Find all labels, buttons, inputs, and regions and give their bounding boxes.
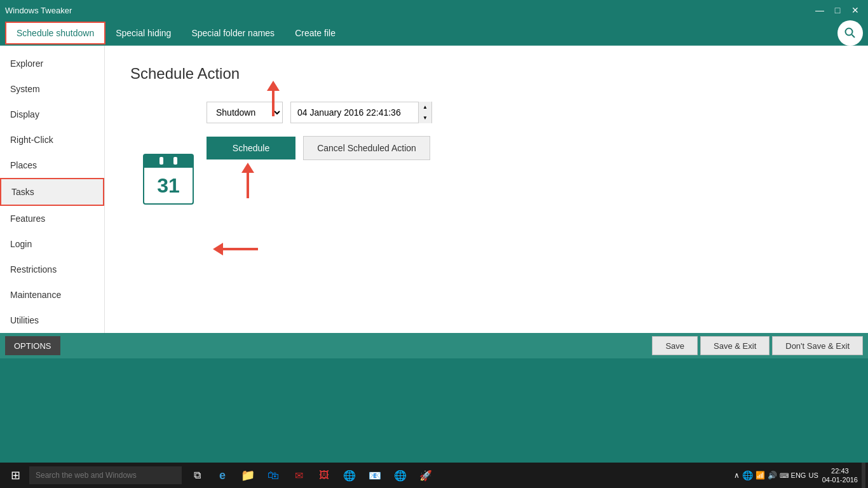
tab-schedule-shutdown[interactable]: Schedule shutdown (5, 22, 105, 44)
action-dropdown[interactable]: Shutdown Restart Hibernate Sleep Lock (207, 102, 283, 123)
start-button[interactable]: ⊞ (3, 463, 28, 488)
photos-icon[interactable]: 🖼 (313, 464, 336, 487)
schedule-button[interactable]: Schedule (207, 137, 295, 159)
window-controls: — □ ✕ (812, 3, 863, 18)
sidebar-item-right-click[interactable]: Right-Click (0, 127, 104, 152)
app-title: Windows Tweaker (5, 6, 812, 15)
sidebar-item-restrictions[interactable]: Restrictions (0, 257, 104, 282)
calendar-dot-left (159, 157, 163, 165)
keyboard-icon: ⌨ (780, 472, 789, 479)
region-text: US (808, 471, 818, 479)
sidebar-item-system[interactable]: System (0, 76, 104, 102)
cancel-scheduled-button[interactable]: Cancel Scheduled Action (303, 136, 430, 160)
edge-icon[interactable]: e (211, 464, 234, 487)
app-icon[interactable]: 🚀 (414, 464, 437, 487)
section-title: Schedule Action (130, 65, 843, 83)
tab-special-folder-names[interactable]: Special folder names (181, 23, 285, 43)
tab-bar: Schedule shutdown Special hiding Special… (0, 20, 868, 46)
sidebar-item-places[interactable]: Places (0, 152, 104, 178)
chevron-icon[interactable]: ∧ (734, 471, 740, 480)
chrome-icon[interactable]: 🌐 (338, 464, 361, 487)
sidebar-item-tasks[interactable]: Tasks (0, 178, 104, 206)
outlook-icon[interactable]: 📧 (363, 464, 386, 487)
action-buttons-row: Schedule Cancel Scheduled Action (207, 136, 843, 160)
controls-area: Shutdown Restart Hibernate Sleep Lock ▲ … (207, 102, 843, 160)
taskbar: ⊞ ⧉ e 📁 🛍 ✉ 🖼 🌐 📧 🌐 🚀 ∧ 🌐 📶 🔊 ⌨ ENG US 2 (0, 463, 868, 488)
arrow-schedule-up (241, 163, 254, 198)
dont-save-exit-button[interactable]: Don't Save & Exit (772, 336, 863, 355)
taskbar-icons: ⧉ e 📁 🛍 ✉ 🖼 🌐 📧 🌐 🚀 (186, 464, 437, 487)
ie-icon[interactable]: 🌐 (389, 464, 412, 487)
clock-area: 22:43 04-01-2016 (822, 466, 858, 485)
bottom-bar: OPTIONS Save Save & Exit Don't Save & Ex… (0, 333, 868, 358)
calendar-dot-right (173, 157, 177, 165)
mail-icon[interactable]: ✉ (287, 464, 310, 487)
network-icon: 📶 (756, 471, 765, 480)
spin-up-button[interactable]: ▲ (419, 102, 431, 112)
sidebar-item-login[interactable]: Login (0, 231, 104, 257)
sidebar-item-features[interactable]: Features (0, 206, 104, 231)
content-wrapper: Explorer System Display Right-Click Plac… (0, 46, 868, 333)
show-desktop-button[interactable] (862, 463, 865, 488)
task-view-icon[interactable]: ⧉ (186, 464, 208, 487)
spin-buttons: ▲ ▼ (418, 102, 431, 123)
svg-line-1 (852, 34, 855, 37)
globe-icon: 🌐 (742, 470, 753, 480)
close-button[interactable]: ✕ (848, 3, 863, 18)
sidebar-item-utilities[interactable]: Utilities (0, 308, 104, 333)
save-exit-button[interactable]: Save & Exit (700, 336, 770, 355)
arrow-tasks-left (213, 243, 258, 255)
clock-time: 22:43 (831, 466, 849, 475)
search-icon-button[interactable] (837, 20, 863, 46)
minimize-button[interactable]: — (812, 3, 827, 18)
datetime-input[interactable] (291, 104, 418, 121)
svg-point-0 (846, 28, 853, 35)
datetime-wrapper: ▲ ▼ (290, 102, 432, 123)
calendar-day: 31 (143, 168, 194, 205)
sidebar: Explorer System Display Right-Click Plac… (0, 46, 105, 333)
tab-special-hiding[interactable]: Special hiding (105, 23, 181, 43)
action-controls-row: Shutdown Restart Hibernate Sleep Lock ▲ … (207, 102, 843, 123)
sidebar-item-display[interactable]: Display (0, 102, 104, 127)
sidebar-item-maintenance[interactable]: Maintenance (0, 282, 104, 308)
tab-create-file[interactable]: Create file (285, 23, 346, 43)
spin-down-button[interactable]: ▼ (419, 112, 431, 123)
language-text: ENG (791, 471, 806, 479)
search-icon (844, 27, 856, 39)
sidebar-item-explorer[interactable]: Explorer (0, 51, 104, 76)
clock-date: 04-01-2016 (822, 475, 858, 484)
save-button[interactable]: Save (652, 336, 698, 355)
store-icon[interactable]: 🛍 (262, 464, 285, 487)
calendar-icon: 31 (143, 154, 194, 205)
volume-icon: 🔊 (768, 471, 777, 480)
file-explorer-icon[interactable]: 📁 (236, 464, 259, 487)
notification-area: ∧ 🌐 📶 🔊 ⌨ ENG US (734, 470, 818, 480)
taskbar-search-input[interactable] (29, 466, 182, 484)
schedule-arrow-wrapper: Schedule Cancel Scheduled Action (207, 136, 843, 160)
title-bar: Windows Tweaker — □ ✕ (0, 0, 868, 20)
options-button[interactable]: OPTIONS (5, 336, 60, 355)
main-panel: Schedule Action 31 Shutdown (105, 46, 868, 333)
maximize-button[interactable]: □ (830, 3, 845, 18)
